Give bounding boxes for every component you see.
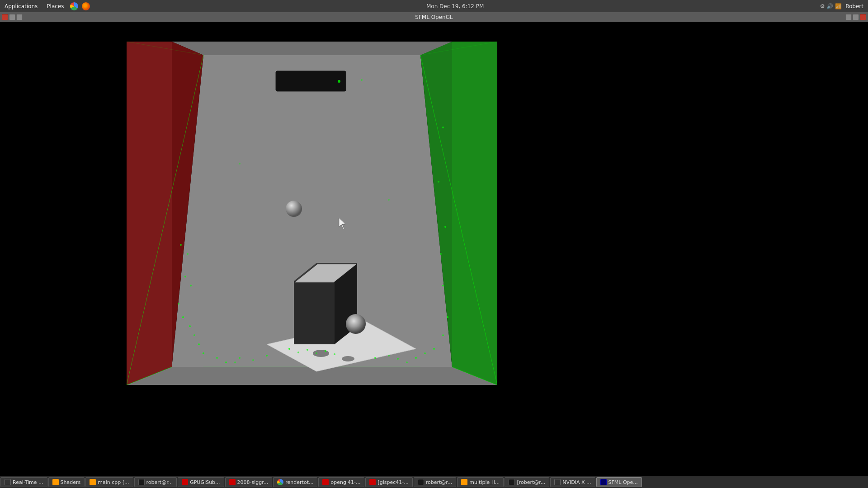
places-menu[interactable]: Places: [44, 2, 66, 10]
taskbar-item-sfml[interactable]: SFML Ope...: [596, 477, 642, 487]
taskbar-rendertot-icon: [277, 479, 283, 485]
svg-point-44: [444, 226, 446, 228]
svg-point-59: [374, 357, 376, 359]
top-bar-datetime: Mon Dec 19, 6:12 PM: [90, 3, 820, 9]
svg-point-25: [286, 201, 302, 217]
taskbar-item-glspec[interactable]: [glspec41-...: [365, 477, 412, 487]
svg-point-48: [442, 334, 444, 336]
svg-point-60: [388, 355, 390, 357]
title-right-btn1[interactable]: [845, 14, 852, 20]
taskbar-realtime-label: Real-Time ...: [13, 479, 43, 485]
svg-point-40: [187, 253, 189, 255]
svg-point-19: [313, 350, 329, 357]
taskbar-gpugisub-label: GPUGISub...: [190, 479, 220, 485]
title-right-btn2[interactable]: [853, 14, 859, 20]
taskbar-realtime-icon: [5, 479, 11, 485]
svg-point-61: [397, 358, 399, 360]
taskbar-item-rendertot[interactable]: rendertot...: [273, 477, 317, 487]
title-right-close[interactable]: [860, 14, 866, 20]
taskbar-item-realtime[interactable]: Real-Time ...: [0, 477, 47, 487]
svg-rect-16: [276, 71, 346, 91]
taskbar-item-multipleli[interactable]: multiple_li...: [457, 477, 504, 487]
taskbar-item-terminal1[interactable]: robert@r...: [134, 477, 177, 487]
top-system-bar: Applications Places Mon Dec 19, 6:12 PM …: [0, 0, 868, 12]
svg-marker-4: [127, 367, 497, 385]
taskbar-item-nvidia[interactable]: NVIDIA X ...: [550, 477, 595, 487]
taskbar-terminal3-icon: [509, 479, 515, 485]
applications-menu[interactable]: Applications: [2, 2, 40, 10]
firefox-launcher-icon[interactable]: [82, 2, 90, 10]
svg-point-33: [198, 343, 200, 345]
svg-point-37: [239, 357, 241, 359]
window-title-bar: SFML OpenGL: [0, 12, 868, 22]
svg-marker-3: [172, 42, 452, 55]
taskbar-item-terminal2[interactable]: robert@r...: [414, 477, 457, 487]
window-minimize-button[interactable]: [9, 14, 15, 20]
window-maximize-button[interactable]: [16, 14, 23, 20]
svg-point-43: [438, 181, 439, 183]
taskbar-sfml-icon: [600, 479, 607, 485]
taskbar-item-siggr[interactable]: 2008-siggr...: [225, 477, 273, 487]
top-bar-left: Applications Places: [0, 2, 90, 10]
taskbar-terminal1-icon: [138, 479, 145, 485]
svg-point-54: [297, 352, 299, 353]
taskbar-multipleli-label: multiple_li...: [469, 479, 500, 485]
taskbar-siggr-label: 2008-siggr...: [237, 479, 269, 485]
svg-point-51: [415, 357, 417, 359]
taskbar-opengl41-icon: [322, 479, 329, 485]
svg-point-64: [239, 163, 241, 164]
taskbar-item-opengl41[interactable]: opengl41-...: [318, 477, 364, 487]
taskbar-item-terminal3[interactable]: [robert@r...: [505, 477, 549, 487]
system-tray-icons: ⚙ 🔊 📶: [820, 3, 842, 9]
cornell-box-scene: [127, 42, 497, 385]
svg-point-36: [225, 361, 227, 363]
taskbar-nvidia-label: NVIDIA X ...: [562, 479, 591, 485]
taskbar-nvidia-icon: [554, 479, 561, 485]
svg-point-63: [361, 79, 363, 81]
svg-point-29: [178, 303, 179, 305]
taskbar-siggr-icon: [229, 479, 236, 485]
svg-point-58: [334, 353, 335, 355]
taskbar-terminal2-icon: [418, 479, 424, 485]
svg-point-55: [307, 349, 308, 351]
title-bar-right-buttons: [845, 14, 866, 20]
svg-marker-7: [452, 42, 497, 385]
window-close-button[interactable]: [2, 14, 8, 20]
taskbar-maincpp-label: main.cpp (...: [98, 479, 129, 485]
svg-point-39: [266, 355, 268, 357]
svg-point-17: [338, 80, 340, 83]
svg-point-27: [180, 244, 182, 246]
svg-marker-5: [127, 42, 172, 385]
taskbar-glspec-label: [glspec41-...: [377, 479, 408, 485]
svg-point-45: [440, 253, 442, 255]
svg-point-35: [216, 357, 218, 359]
taskbar: Real-Time ... Shaders main.cpp (... robe…: [0, 476, 868, 488]
taskbar-item-gpugisub[interactable]: GPUGISub...: [178, 477, 224, 487]
taskbar-item-maincpp[interactable]: main.cpp (...: [85, 477, 133, 487]
taskbar-terminal2-label: robert@r...: [426, 479, 453, 485]
svg-point-62: [234, 361, 236, 363]
svg-point-28: [184, 276, 186, 277]
taskbar-shaders-icon: [52, 479, 59, 485]
window-title: SFML OpenGL: [415, 14, 453, 20]
taskbar-glspec-icon: [369, 479, 376, 485]
svg-point-49: [433, 348, 435, 350]
window-controls: [2, 14, 23, 20]
svg-point-34: [203, 352, 204, 354]
svg-point-26: [346, 314, 366, 334]
user-name: Robert: [845, 3, 863, 9]
svg-point-30: [182, 316, 184, 318]
svg-point-57: [325, 350, 326, 352]
taskbar-item-shaders[interactable]: Shaders: [48, 477, 85, 487]
chrome-launcher-icon[interactable]: [70, 2, 78, 10]
taskbar-terminal3-label: [robert@r...: [517, 479, 545, 485]
svg-point-53: [288, 348, 290, 350]
svg-point-50: [424, 352, 426, 354]
svg-point-41: [190, 285, 192, 286]
svg-point-52: [406, 361, 408, 363]
svg-point-47: [447, 316, 448, 318]
opengl-viewport[interactable]: [0, 22, 868, 465]
svg-point-65: [388, 199, 390, 201]
taskbar-multipleli-icon: [461, 479, 467, 485]
taskbar-shaders-label: Shaders: [61, 479, 81, 485]
